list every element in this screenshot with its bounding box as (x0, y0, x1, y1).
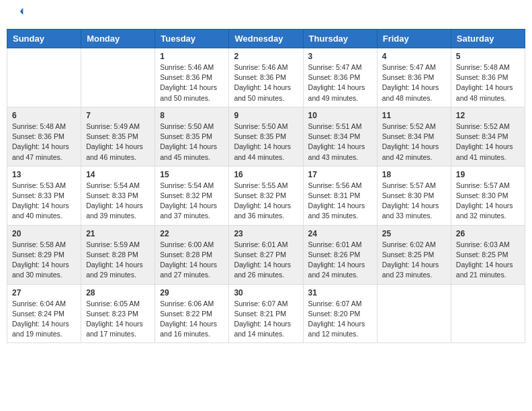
calendar-cell: 19Sunrise: 5:57 AM Sunset: 8:30 PM Dayli… (451, 166, 525, 225)
day-number: 6 (12, 111, 76, 120)
day-info: Sunrise: 5:59 AM Sunset: 8:28 PM Dayligh… (86, 240, 150, 281)
day-info: Sunrise: 6:07 AM Sunset: 8:20 PM Dayligh… (308, 299, 372, 340)
calendar-cell: 10Sunrise: 5:51 AM Sunset: 8:34 PM Dayli… (303, 107, 377, 166)
calendar-cell: 17Sunrise: 5:56 AM Sunset: 8:31 PM Dayli… (303, 166, 377, 225)
day-info: Sunrise: 5:52 AM Sunset: 8:34 PM Dayligh… (382, 122, 446, 163)
day-number: 7 (86, 111, 150, 120)
day-number: 11 (382, 111, 446, 120)
day-info: Sunrise: 6:03 AM Sunset: 8:25 PM Dayligh… (456, 240, 520, 281)
calendar-cell: 28Sunrise: 6:05 AM Sunset: 8:23 PM Dayli… (81, 284, 155, 343)
day-info: Sunrise: 5:46 AM Sunset: 8:36 PM Dayligh… (234, 62, 298, 103)
day-number: 3 (308, 52, 372, 61)
logo-icon (11, 7, 24, 20)
day-number: 8 (160, 111, 224, 120)
day-info: Sunrise: 5:47 AM Sunset: 8:36 PM Dayligh… (308, 62, 372, 103)
weekday-header-tuesday: Tuesday (155, 30, 229, 48)
day-info: Sunrise: 5:56 AM Sunset: 8:31 PM Dayligh… (308, 181, 372, 222)
day-number: 20 (12, 229, 76, 238)
day-number: 16 (234, 170, 298, 179)
day-info: Sunrise: 6:01 AM Sunset: 8:26 PM Dayligh… (308, 240, 372, 281)
day-info: Sunrise: 6:06 AM Sunset: 8:22 PM Dayligh… (160, 299, 224, 340)
calendar-cell: 1Sunrise: 5:46 AM Sunset: 8:36 PM Daylig… (155, 48, 229, 107)
calendar-cell (451, 284, 525, 343)
calendar-cell: 15Sunrise: 5:54 AM Sunset: 8:32 PM Dayli… (155, 166, 229, 225)
calendar-cell: 26Sunrise: 6:03 AM Sunset: 8:25 PM Dayli… (451, 225, 525, 284)
day-info: Sunrise: 6:04 AM Sunset: 8:24 PM Dayligh… (12, 299, 76, 340)
day-number: 31 (308, 288, 372, 298)
day-number: 12 (456, 111, 520, 120)
day-number: 18 (382, 170, 446, 179)
day-number: 21 (86, 229, 150, 238)
calendar-week-row: 20Sunrise: 5:58 AM Sunset: 8:29 PM Dayli… (7, 225, 525, 284)
calendar-cell: 3Sunrise: 5:47 AM Sunset: 8:36 PM Daylig… (303, 48, 377, 107)
calendar-week-row: 6Sunrise: 5:48 AM Sunset: 8:36 PM Daylig… (7, 107, 525, 166)
day-info: Sunrise: 5:50 AM Sunset: 8:35 PM Dayligh… (160, 122, 224, 163)
calendar-cell: 13Sunrise: 5:53 AM Sunset: 8:33 PM Dayli… (7, 166, 81, 225)
calendar-cell: 9Sunrise: 5:50 AM Sunset: 8:35 PM Daylig… (229, 107, 303, 166)
weekday-header-saturday: Saturday (451, 30, 525, 48)
day-number: 22 (160, 229, 224, 238)
day-info: Sunrise: 6:07 AM Sunset: 8:21 PM Dayligh… (234, 299, 298, 340)
weekday-header-friday: Friday (377, 30, 451, 48)
day-info: Sunrise: 5:47 AM Sunset: 8:36 PM Dayligh… (382, 62, 446, 103)
day-number: 13 (12, 170, 76, 179)
day-number: 14 (86, 170, 150, 179)
day-info: Sunrise: 5:48 AM Sunset: 8:36 PM Dayligh… (456, 62, 520, 103)
calendar-week-row: 27Sunrise: 6:04 AM Sunset: 8:24 PM Dayli… (7, 284, 525, 343)
calendar-cell: 29Sunrise: 6:06 AM Sunset: 8:22 PM Dayli… (155, 284, 229, 343)
calendar-cell: 18Sunrise: 5:57 AM Sunset: 8:30 PM Dayli… (377, 166, 451, 225)
day-number: 1 (160, 52, 224, 61)
day-number: 17 (308, 170, 372, 179)
calendar-cell: 27Sunrise: 6:04 AM Sunset: 8:24 PM Dayli… (7, 284, 81, 343)
calendar-cell: 22Sunrise: 6:00 AM Sunset: 8:28 PM Dayli… (155, 225, 229, 284)
day-info: Sunrise: 5:52 AM Sunset: 8:34 PM Dayligh… (456, 122, 520, 163)
day-number: 23 (234, 229, 298, 238)
day-info: Sunrise: 5:53 AM Sunset: 8:33 PM Dayligh… (12, 181, 76, 222)
calendar-cell: 30Sunrise: 6:07 AM Sunset: 8:21 PM Dayli… (229, 284, 303, 343)
calendar-week-row: 13Sunrise: 5:53 AM Sunset: 8:33 PM Dayli… (7, 166, 525, 225)
calendar-cell: 21Sunrise: 5:59 AM Sunset: 8:28 PM Dayli… (81, 225, 155, 284)
calendar-cell: 2Sunrise: 5:46 AM Sunset: 8:36 PM Daylig… (229, 48, 303, 107)
day-info: Sunrise: 6:00 AM Sunset: 8:28 PM Dayligh… (160, 240, 224, 281)
calendar-cell: 8Sunrise: 5:50 AM Sunset: 8:35 PM Daylig… (155, 107, 229, 166)
day-info: Sunrise: 5:49 AM Sunset: 8:35 PM Dayligh… (86, 122, 150, 163)
calendar-cell: 23Sunrise: 6:01 AM Sunset: 8:27 PM Dayli… (229, 225, 303, 284)
page-header (7, 7, 525, 24)
calendar-cell: 25Sunrise: 6:02 AM Sunset: 8:25 PM Dayli… (377, 225, 451, 284)
day-info: Sunrise: 5:50 AM Sunset: 8:35 PM Dayligh… (234, 122, 298, 163)
day-number: 15 (160, 170, 224, 179)
day-info: Sunrise: 5:46 AM Sunset: 8:36 PM Dayligh… (160, 62, 224, 103)
calendar-cell (7, 48, 81, 107)
calendar-cell: 4Sunrise: 5:47 AM Sunset: 8:36 PM Daylig… (377, 48, 451, 107)
calendar-cell (81, 48, 155, 107)
day-info: Sunrise: 6:05 AM Sunset: 8:23 PM Dayligh… (86, 299, 150, 340)
day-info: Sunrise: 5:54 AM Sunset: 8:33 PM Dayligh… (86, 181, 150, 222)
day-info: Sunrise: 5:57 AM Sunset: 8:30 PM Dayligh… (456, 181, 520, 222)
calendar-cell: 7Sunrise: 5:49 AM Sunset: 8:35 PM Daylig… (81, 107, 155, 166)
weekday-header-monday: Monday (81, 30, 155, 48)
calendar-cell (377, 284, 451, 343)
day-info: Sunrise: 5:48 AM Sunset: 8:36 PM Dayligh… (12, 122, 76, 163)
calendar-cell: 31Sunrise: 6:07 AM Sunset: 8:20 PM Dayli… (303, 284, 377, 343)
calendar-cell: 12Sunrise: 5:52 AM Sunset: 8:34 PM Dayli… (451, 107, 525, 166)
logo (9, 7, 26, 24)
day-info: Sunrise: 5:54 AM Sunset: 8:32 PM Dayligh… (160, 181, 224, 222)
day-number: 27 (12, 288, 76, 298)
weekday-header-row: SundayMondayTuesdayWednesdayThursdayFrid… (7, 30, 525, 48)
weekday-header-sunday: Sunday (7, 30, 81, 48)
day-number: 9 (234, 111, 298, 120)
day-info: Sunrise: 6:02 AM Sunset: 8:25 PM Dayligh… (382, 240, 446, 281)
day-number: 25 (382, 229, 446, 238)
calendar-cell: 14Sunrise: 5:54 AM Sunset: 8:33 PM Dayli… (81, 166, 155, 225)
day-number: 2 (234, 52, 298, 61)
day-info: Sunrise: 5:51 AM Sunset: 8:34 PM Dayligh… (308, 122, 372, 163)
weekday-header-thursday: Thursday (303, 30, 377, 48)
day-number: 30 (234, 288, 298, 298)
weekday-header-wednesday: Wednesday (229, 30, 303, 48)
calendar-cell: 24Sunrise: 6:01 AM Sunset: 8:26 PM Dayli… (303, 225, 377, 284)
calendar-cell: 6Sunrise: 5:48 AM Sunset: 8:36 PM Daylig… (7, 107, 81, 166)
day-info: Sunrise: 5:57 AM Sunset: 8:30 PM Dayligh… (382, 181, 446, 222)
day-number: 28 (86, 288, 150, 298)
day-info: Sunrise: 5:58 AM Sunset: 8:29 PM Dayligh… (12, 240, 76, 281)
day-number: 10 (308, 111, 372, 120)
